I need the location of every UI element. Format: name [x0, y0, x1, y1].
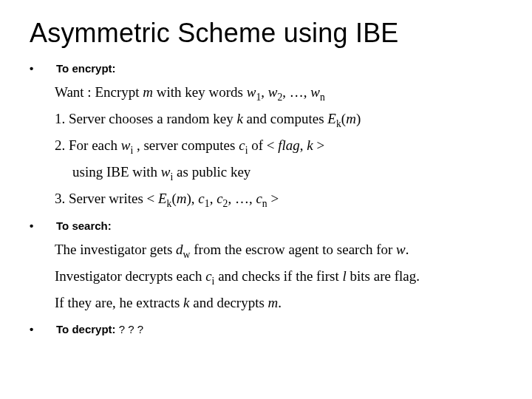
decrypt-note: ? ? ? [119, 323, 143, 335]
section-heading-encrypt: • To encrypt: [30, 62, 502, 75]
search-block: The investigator gets dw from the escrow… [55, 238, 502, 315]
encrypt-step1: 1. Server chooses a random key k and com… [55, 107, 502, 132]
encrypt-block: Want : Encrypt m with key words w1, w2, … [55, 81, 502, 212]
slide-title: Asymmetric Scheme using IBE [30, 18, 502, 49]
decrypt-heading-text: To decrypt: [56, 323, 116, 335]
encrypt-step2a: 2. For each wi , server computes ci of <… [55, 134, 502, 159]
bullet-icon: • [30, 219, 46, 232]
slide: Asymmetric Scheme using IBE • To encrypt… [0, 0, 532, 399]
bullet-icon: • [30, 323, 46, 335]
encrypt-step3: 3. Server writes < Ek(m), c1, c2, …, cn … [55, 187, 502, 212]
bullet-icon: • [30, 62, 46, 75]
section-heading-decrypt: • To decrypt: ? ? ? [30, 323, 502, 335]
encrypt-step2b: using IBE with wi as public key [72, 160, 502, 185]
encrypt-want: Want : Encrypt m with key words w1, w2, … [55, 81, 502, 106]
search-line1: The investigator gets dw from the escrow… [55, 238, 502, 263]
search-line2: Investigator decrypts each ci and checks… [55, 265, 502, 290]
section-heading-decrypt-label: To decrypt: ? ? ? [56, 323, 143, 335]
section-heading-search: • To search: [30, 219, 502, 232]
section-heading-search-label: To search: [56, 219, 112, 232]
search-line3: If they are, he extracts k and decrypts … [55, 291, 502, 315]
section-heading-encrypt-label: To encrypt: [56, 62, 116, 75]
